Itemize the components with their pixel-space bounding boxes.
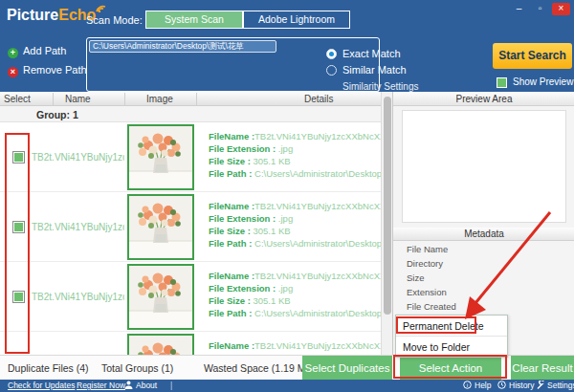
row-checkbox[interactable] [12,221,25,233]
file-name-cell: TB2t.VNi41YBuNjy1zcX [32,152,124,163]
scan-mode-label: Scan Mode: [86,14,143,26]
image-thumbnail[interactable] [127,334,194,355]
checkbox-fill [14,153,23,162]
flower-photo [129,336,192,355]
image-thumbnail[interactable] [127,194,194,260]
preview-area-title: Preview Area [393,92,574,106]
extension-label: File Extension : [209,283,278,294]
window-controls: – ▫ × [510,3,570,15]
group-row: Group: 1 [0,106,381,122]
menu-item-permanent-delete[interactable]: Permanent Delete [396,316,507,337]
x-icon: × [8,67,18,77]
tab-system-scan[interactable]: System Scan [145,11,243,29]
row-checkbox[interactable] [12,151,25,163]
col-details: Details [304,94,334,104]
filename-value: TB2t.VNi41YBuNjy1zcXXbNcXXa_!!245305 [254,131,381,142]
radio-dot [329,52,334,56]
col-name: Name [65,94,91,104]
select-action-button[interactable]: Select Action [400,356,501,381]
close-button[interactable]: × [552,3,570,15]
wasted-space-count: Wasted Space (1.19 MB) [204,362,316,374]
details-cell: FileName :TB2t.VNi41YBuNjy1zcXXbNcXXa_!!… [209,201,381,250]
meta-file-created: File Created [407,301,456,312]
summary-bar: Duplicate Files (4) Total Groups (1) Was… [0,355,574,380]
path-list[interactable]: C:\Users\Administrator\Desktop\测试\花草 [86,37,380,92]
image-thumbnail[interactable] [127,124,194,190]
header-bar: PictureEcho – ▫ × Scan Mode: System Scan… [0,0,574,92]
meta-size: Size [407,272,424,283]
about-link[interactable]: About [136,381,157,390]
history-clock-icon [497,381,506,391]
logo-picture: Picture [7,7,58,23]
meta-extension: Extension [407,287,447,297]
maximize-button[interactable]: ▫ [531,3,549,15]
size-label: File Size : [209,156,253,166]
path-value: C:\Users\Administrator\Desktop\测试\花草 [254,168,381,179]
person-icon [124,381,133,391]
image-thumbnail[interactable] [127,264,194,330]
size-value: 305.1 KB [253,156,290,166]
preview-image-box [402,110,566,223]
check-for-updates-link[interactable]: Check for Updates [8,381,75,390]
menu-item-move-to-folder[interactable]: Move to Folder [396,337,507,358]
table-row[interactable]: TB2t.VNi41YBuNjy1zcX [0,122,381,192]
checkbox-fill [14,223,23,231]
app-window: PictureEcho – ▫ × Scan Mode: System Scan… [0,0,574,392]
filename-label: FileName : [209,201,254,211]
filename-value: TB2t.VNi41YBuNjy1zcXXbNcXXa_!!245305 [254,340,381,351]
meta-directory: Directory [407,258,443,269]
statusbar-separator: | [170,381,172,390]
file-name-cell: TB2t.VNi41YBuNjy1zcX [32,222,124,232]
vertical-scrollbar[interactable] [381,92,392,355]
minimize-button[interactable]: – [510,3,528,15]
table-row[interactable]: TB2t.VNi41YBuNjy1zcX [0,192,381,262]
help-link[interactable]: Help [475,381,491,390]
filename-value: TB2t.VNi41YBuNjy1zcXXbNcXXa_!!245305 [254,271,381,281]
table-header: Select Name Image Details [0,92,381,106]
path-value: C:\Users\Administrator\Desktop\测试\花草 [254,238,381,249]
tab-adobe-lightroom[interactable]: Adobe Lightroom [243,11,350,29]
register-now-link[interactable]: Register Now [77,381,125,390]
extension-label: File Extension : [209,213,278,224]
filename-label: FileName : [209,271,254,281]
details-cell: FileName :TB2t.VNi41YBuNjy1zcXXbNcXXa_!!… [209,131,381,181]
path-label: File Path : [209,238,254,249]
plus-icon: + [8,48,18,58]
size-value: 305.1 KB [253,295,290,306]
metadata-title: Metadata [393,228,574,241]
col-image: Image [146,94,173,104]
table-row[interactable]: TB2t.VNi41YBuNjy1zcX [0,262,381,332]
show-preview-label: Show Preview [513,76,573,87]
clear-result-button[interactable]: Clear Result [511,356,574,381]
context-menu: Permanent Delete Move to Folder [395,315,508,358]
details-cell: FileName :TB2t.VNi41YBuNjy1zcXXbNcXXa_!!… [209,340,381,355]
file-name-cell: TB2t.VNi41YBuNjy1zcX [32,292,124,302]
details-cell: FileName :TB2t.VNi41YBuNjy1zcXXbNcXXa_!!… [209,271,381,320]
duplicate-files-count: Duplicate Files (4) [8,362,89,374]
add-path-button[interactable]: +Add Path [8,45,66,58]
total-groups-count: Total Groups (1) [101,362,173,374]
remove-path-label: Remove Path [23,64,87,76]
svg-text:i: i [467,382,468,388]
select-duplicates-button[interactable]: Select Duplicates [302,356,392,381]
exact-match-radio[interactable] [326,49,337,59]
path-value: C:\Users\Administrator\Desktop\测试\花草 [254,308,381,318]
remove-path-button[interactable]: ×Remove Path [8,64,87,77]
show-preview-checkbox[interactable] [497,77,507,88]
filename-value: TB2t.VNi41YBuNjy1zcXXbNcXXa_!!245305 [254,201,381,211]
size-value: 305.1 KB [253,226,290,236]
table-row[interactable]: TB2t.VNi41YBuNjy1zcX [0,332,381,355]
settings-wrench-icon [536,381,544,391]
history-link[interactable]: History [509,381,534,390]
similarity-settings-link[interactable]: Similarity Settings [342,81,418,92]
row-checkbox[interactable] [12,291,25,303]
extension-value: .jpg [278,143,293,154]
scrollbar-thumb[interactable] [384,97,391,315]
settings-link[interactable]: Settings [547,381,574,390]
similar-match-radio[interactable] [326,65,337,76]
help-icon: i [463,381,472,391]
path-list-item[interactable]: C:\Users\Administrator\Desktop\测试\花草 [89,40,276,53]
path-label: File Path : [209,308,254,318]
col-select: Select [4,94,31,104]
start-search-button[interactable]: Start Search [493,43,572,69]
